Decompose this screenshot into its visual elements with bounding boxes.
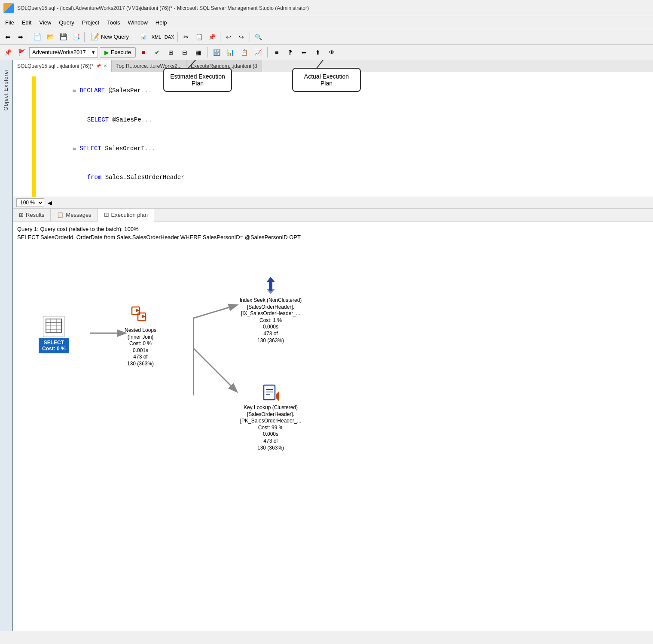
results-btn2[interactable]: ⁋ (284, 47, 296, 58)
plan-btn2[interactable]: 📊 (225, 47, 237, 58)
paste-btn[interactable]: 📌 (206, 31, 218, 43)
new-file-btn[interactable]: 📄 (31, 31, 43, 43)
toolbar2-pin[interactable]: 📌 (2, 47, 14, 58)
open-btn[interactable]: 📂 (44, 31, 56, 43)
xml-btn[interactable]: XML (150, 31, 162, 43)
execution-plan-panel: Query 1: Query cost (relative to the bat… (13, 222, 653, 631)
sep7 (207, 47, 208, 58)
undo-btn[interactable]: ↩ (223, 31, 235, 43)
menu-help[interactable]: Help (152, 18, 171, 27)
plan-tab-icon: ⊡ (104, 211, 109, 218)
new-query-icon: 📝 (91, 33, 99, 41)
results-tab-messages[interactable]: 📋 Messages (51, 209, 98, 221)
tab-sqlquery15[interactable]: SQLQuery15.sql...\jdantoni (76))* 📌 ✕ (13, 60, 112, 72)
menu-edit[interactable]: Edit (18, 18, 35, 27)
svg-line-3 (193, 305, 236, 318)
parse2-btn[interactable]: ⊟ (179, 47, 191, 58)
debug-btn[interactable]: 🔍 (252, 31, 264, 43)
copy-btn[interactable]: 📋 (193, 31, 205, 43)
results-tab-label: Results (26, 212, 44, 218)
select-node-label: SELECT Cost: 0 % (39, 338, 69, 353)
messages-tab-icon: 📋 (57, 212, 64, 218)
cut-btn[interactable]: ✂ (180, 31, 192, 43)
results-btn1[interactable]: ≡ (271, 47, 283, 58)
zoom-select[interactable]: 100 % (16, 198, 44, 207)
callout-estimated: Estimated ExecutionPlan (163, 68, 232, 92)
tab-label-0: SQLQuery15.sql...\jdantoni (76))* (17, 63, 93, 69)
plan-connectors (17, 249, 649, 464)
execute-label: Execute (111, 49, 131, 55)
plan-btn3[interactable]: 📋 (238, 47, 250, 58)
new-query-label: New Query (101, 33, 129, 40)
svg-rect-18 (264, 385, 275, 400)
title-bar-text: SQLQuery15.sql - (local).AdventureWorks2… (17, 5, 650, 11)
database-dropdown[interactable]: AdventureWorks2017 ▾ (29, 47, 98, 58)
index-seek-icon (260, 275, 281, 297)
menu-window[interactable]: Window (125, 18, 151, 27)
results-tab-results[interactable]: ⊞ Results (13, 209, 51, 221)
svg-marker-16 (266, 277, 275, 291)
key-lookup-label: Key Lookup (Clustered) [SalesOrderHeader… (236, 404, 305, 451)
results-tab-icon: ⊞ (19, 212, 24, 218)
sep3 (135, 32, 135, 42)
menu-query[interactable]: Query (55, 18, 77, 27)
save-btn[interactable]: 💾 (57, 31, 69, 43)
database-name: AdventureWorks2017 (32, 49, 86, 55)
scroll-left-btn[interactable]: ◀ (48, 200, 52, 206)
stop-btn[interactable]: ■ (137, 47, 150, 58)
code-line-4: from Sales.SalesOrderHeader (37, 163, 649, 192)
sidebar-label: Object Explorer (3, 69, 9, 111)
grid-btn[interactable]: ▦ (192, 47, 204, 58)
code-line-3: ⊟SELECT SalesOrderI... (37, 134, 649, 163)
svg-marker-17 (266, 289, 275, 294)
save-all-btn[interactable]: 📑 (70, 31, 82, 43)
forward-btn[interactable]: ➡ (15, 31, 27, 43)
new-query-button[interactable]: 📝 New Query (87, 31, 133, 43)
plan-tab-label: Execution plan (111, 212, 148, 218)
execute-icon: ▶ (104, 49, 109, 56)
svg-line-4 (193, 348, 236, 391)
select-table-icon (43, 316, 64, 337)
plan-diagram: SELECT Cost: 0 % (17, 249, 649, 464)
select-node[interactable]: SELECT Cost: 0 % (39, 316, 69, 353)
sep5 (220, 32, 220, 42)
redo-btn[interactable]: ↪ (235, 31, 247, 43)
dax-btn[interactable]: DAX (163, 31, 175, 43)
plan-query-info: Query 1: Query cost (relative to the bat… (17, 226, 649, 232)
tab-pin-0[interactable]: 📌 (96, 64, 101, 68)
plan-btn1[interactable]: 🔢 (211, 47, 223, 58)
menu-view[interactable]: View (36, 18, 55, 27)
index-seek-label: Index Seek (NonClustered) [SalesOrderHea… (236, 297, 305, 344)
plan-btn4[interactable]: 📈 (252, 47, 264, 58)
key-lookup-icon (260, 383, 281, 404)
dmx-btn[interactable]: 📊 (137, 31, 150, 43)
nested-loops-label: Nested Loops (Inner Join) Cost: 0 % 0.00… (125, 327, 156, 368)
editor-area: SQLQuery15.sql...\jdantoni (76))* 📌 ✕ To… (13, 60, 653, 631)
results-tab-execution-plan[interactable]: ⊡ Execution plan (98, 209, 154, 222)
index-seek-node[interactable]: Index Seek (NonClustered) [SalesOrderHea… (236, 275, 305, 344)
callout-actual: Actual ExecutionPlan (292, 68, 361, 92)
menu-tools[interactable]: Tools (104, 18, 123, 27)
key-lookup-node[interactable]: Key Lookup (Clustered) [SalesOrderHeader… (236, 383, 305, 451)
tab-close-0[interactable]: ✕ (104, 64, 107, 68)
back-btn[interactable]: ⬅ (2, 31, 14, 43)
object-explorer-sidebar: Object Explorer (0, 60, 13, 631)
sep4 (177, 32, 178, 42)
nested-loops-node[interactable]: Nested Loops (Inner Join) Cost: 0 % 0.00… (125, 305, 156, 368)
results-btn4[interactable]: ⬆ (312, 47, 324, 58)
sep6 (250, 32, 250, 42)
code-editor-container: ⊟DECLARE @SalesPer... SELECT @SalesPe...… (13, 72, 653, 197)
execute-button[interactable]: ▶ Execute (100, 47, 136, 58)
plan-query-sql: SELECT SalesOrderId, OrderDate from Sale… (17, 234, 649, 244)
eye-btn[interactable]: 👁 (326, 47, 338, 58)
results-btn3[interactable]: ⬅ (298, 47, 310, 58)
toolbar2-flag[interactable]: 🚩 (15, 47, 27, 58)
svg-marker-22 (276, 391, 279, 401)
sep8 (267, 47, 268, 58)
toolbar2: 📌 🚩 AdventureWorks2017 ▾ ▶ Execute ■ ✔ ⊞… (0, 45, 653, 60)
menu-file[interactable]: File (2, 18, 18, 27)
parse-btn[interactable]: ⊞ (165, 47, 177, 58)
menu-project[interactable]: Project (79, 18, 103, 27)
status-bar: 100 % ◀ (13, 197, 653, 209)
check-btn[interactable]: ✔ (151, 47, 163, 58)
